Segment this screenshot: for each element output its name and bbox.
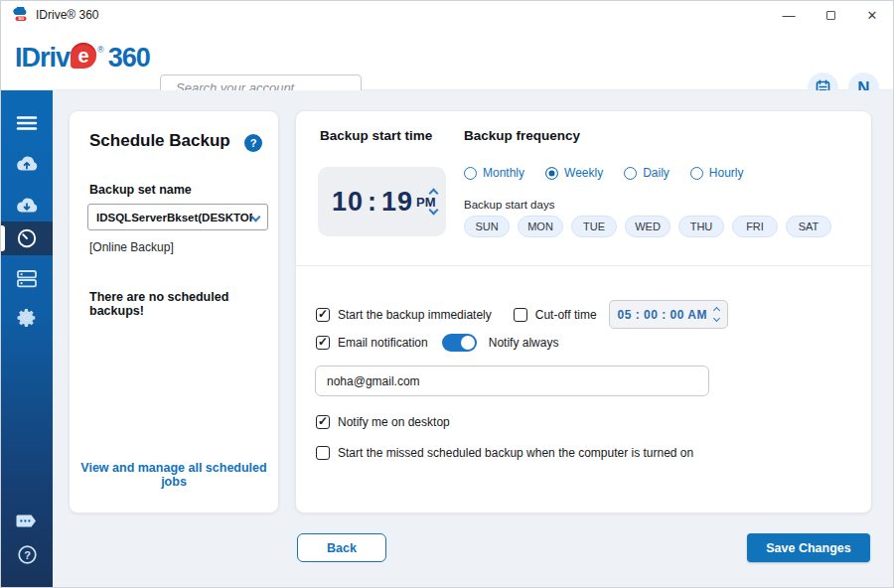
cutoff-time-value: 05 : 00 : 00 AM bbox=[618, 308, 707, 322]
day-pill-tue[interactable]: TUE bbox=[571, 216, 617, 237]
sidebar: ? bbox=[1, 90, 53, 587]
radio-icon bbox=[624, 167, 637, 180]
logo-text-suffix: 360 bbox=[108, 43, 150, 74]
toggle-knob bbox=[461, 336, 475, 350]
sidebar-help-button[interactable]: ? bbox=[1, 537, 53, 571]
notification-email-input[interactable] bbox=[315, 366, 709, 396]
app-window: 360 IDrive® 360 — ✕ IDriv e ® 360 bbox=[0, 0, 894, 588]
start-immediately-label: Start the backup immediately bbox=[338, 308, 492, 322]
radio-label: Monthly bbox=[483, 166, 524, 180]
cutoff-time-spinner[interactable]: 05 : 00 : 00 AM bbox=[609, 300, 728, 329]
save-changes-button[interactable]: Save Changes bbox=[747, 533, 870, 562]
time-minute[interactable]: 19 bbox=[381, 187, 413, 218]
time-hour[interactable]: 10 bbox=[332, 187, 364, 218]
frequency-options: Monthly Weekly Daily Hourly bbox=[464, 166, 744, 180]
panel-title: Schedule Backup bbox=[89, 131, 230, 151]
sidebar-item-backup[interactable] bbox=[1, 146, 53, 180]
schedule-settings-panel: Backup start time 10 : 19 PM Backup freq… bbox=[295, 110, 872, 514]
notify-always-label: Notify always bbox=[489, 336, 559, 350]
minimize-button[interactable]: — bbox=[768, 1, 810, 29]
close-button[interactable]: ✕ bbox=[851, 1, 893, 29]
menu-icon bbox=[16, 115, 38, 131]
schedule-backup-panel: Schedule Backup ? Backup set name IDSQLS… bbox=[69, 110, 279, 514]
svg-text:360: 360 bbox=[18, 17, 24, 21]
radio-label: Weekly bbox=[564, 166, 603, 180]
backup-type-label: [Online Backup] bbox=[89, 240, 174, 254]
radio-label: Hourly bbox=[709, 166, 744, 180]
help-icon: ? bbox=[17, 544, 38, 565]
day-pill-thu[interactable]: THU bbox=[678, 216, 724, 237]
backup-frequency-label: Backup frequency bbox=[464, 128, 580, 143]
sidebar-item-restore[interactable] bbox=[1, 188, 53, 221]
missed-backup-row: Start the missed scheduled backup when t… bbox=[316, 446, 693, 460]
radio-icon bbox=[464, 167, 477, 180]
section-divider bbox=[296, 265, 871, 266]
notify-desktop-row: Notify me on desktop bbox=[316, 415, 450, 429]
chat-icon bbox=[15, 513, 39, 529]
time-separator: : bbox=[368, 187, 377, 218]
spinner-down-icon[interactable] bbox=[713, 315, 720, 322]
backup-start-days: SUN MON TUE WED THU FRI SAT bbox=[464, 216, 831, 237]
titlebar-app: 360 IDrive® 360 bbox=[1, 7, 99, 23]
schedule-clock-icon bbox=[16, 227, 38, 249]
maximize-button[interactable] bbox=[810, 1, 851, 29]
backup-set-dropdown[interactable]: IDSQLServerBkset(DESKTOP... bbox=[87, 204, 268, 230]
spinner-up-icon[interactable] bbox=[713, 307, 720, 314]
backup-start-time-label: Backup start time bbox=[320, 128, 432, 143]
day-pill-mon[interactable]: MON bbox=[518, 216, 563, 237]
day-pill-sat[interactable]: SAT bbox=[786, 216, 831, 237]
window-controls: — ✕ bbox=[768, 1, 893, 29]
time-up-icon[interactable] bbox=[429, 189, 439, 199]
titlebar: 360 IDrive® 360 — ✕ bbox=[1, 1, 893, 29]
backup-set-name-label: Backup set name bbox=[89, 183, 192, 197]
missed-backup-checkbox[interactable] bbox=[316, 446, 330, 460]
start-immediately-checkbox[interactable] bbox=[316, 308, 330, 322]
cutoff-time-label: Cut-off time bbox=[535, 308, 597, 322]
app-logo: IDriv e ® 360 bbox=[15, 43, 150, 74]
missed-backup-label: Start the missed scheduled backup when t… bbox=[338, 446, 693, 460]
frequency-option-weekly[interactable]: Weekly bbox=[545, 166, 603, 180]
maximize-icon bbox=[826, 11, 835, 20]
radio-selected-icon bbox=[545, 167, 558, 180]
backup-start-days-label: Backup start days bbox=[464, 199, 554, 211]
sidebar-item-storage[interactable] bbox=[1, 261, 53, 295]
day-pill-wed[interactable]: WED bbox=[625, 216, 670, 237]
notify-desktop-checkbox[interactable] bbox=[316, 415, 330, 429]
notify-always-toggle[interactable] bbox=[442, 334, 477, 352]
sidebar-item-schedule[interactable] bbox=[1, 221, 53, 255]
immediate-and-cutoff-row: Start the backup immediately Cut-off tim… bbox=[316, 300, 728, 329]
time-down-icon[interactable] bbox=[429, 206, 439, 216]
sidebar-chat-button[interactable] bbox=[1, 504, 53, 537]
day-pill-fri[interactable]: FRI bbox=[732, 216, 778, 237]
window-title: IDrive® 360 bbox=[36, 8, 99, 22]
email-notification-row: Email notification Notify always bbox=[316, 334, 558, 352]
email-notification-checkbox[interactable] bbox=[316, 336, 330, 350]
day-pill-sun[interactable]: SUN bbox=[464, 216, 510, 237]
frequency-option-hourly[interactable]: Hourly bbox=[690, 166, 744, 180]
logo-e-badge: e bbox=[71, 43, 96, 69]
storage-icon bbox=[16, 269, 38, 288]
radio-label: Daily bbox=[643, 166, 670, 180]
sidebar-item-settings[interactable] bbox=[1, 301, 53, 335]
svg-text:?: ? bbox=[24, 548, 31, 560]
cloud-download-icon bbox=[15, 196, 39, 214]
content-area: Schedule Backup ? Backup set name IDSQLS… bbox=[53, 90, 893, 587]
logo-registered-mark: ® bbox=[97, 45, 104, 55]
panel-help-icon[interactable]: ? bbox=[244, 134, 262, 152]
settings-gear-icon bbox=[16, 307, 38, 329]
frequency-option-monthly[interactable]: Monthly bbox=[464, 166, 524, 180]
back-button[interactable]: Back bbox=[297, 533, 386, 562]
frequency-option-daily[interactable]: Daily bbox=[624, 166, 670, 180]
cutoff-time-steppers bbox=[714, 308, 719, 321]
header: IDriv e ® 360 N bbox=[1, 29, 893, 90]
backup-set-value: IDSQLServerBkset(DESKTOP... bbox=[96, 212, 252, 223]
backup-start-time-picker[interactable]: 10 : 19 PM bbox=[318, 167, 446, 236]
sidebar-menu-button[interactable] bbox=[1, 106, 53, 140]
no-scheduled-backups-message: There are no scheduled backups! bbox=[89, 290, 278, 318]
cutoff-time-checkbox[interactable] bbox=[514, 308, 527, 322]
radio-icon bbox=[690, 167, 703, 180]
email-notification-label: Email notification bbox=[338, 336, 428, 350]
view-manage-jobs-link[interactable]: View and manage all scheduled jobs bbox=[79, 461, 268, 489]
chevron-down-icon bbox=[251, 213, 261, 222]
time-steppers bbox=[430, 167, 437, 236]
